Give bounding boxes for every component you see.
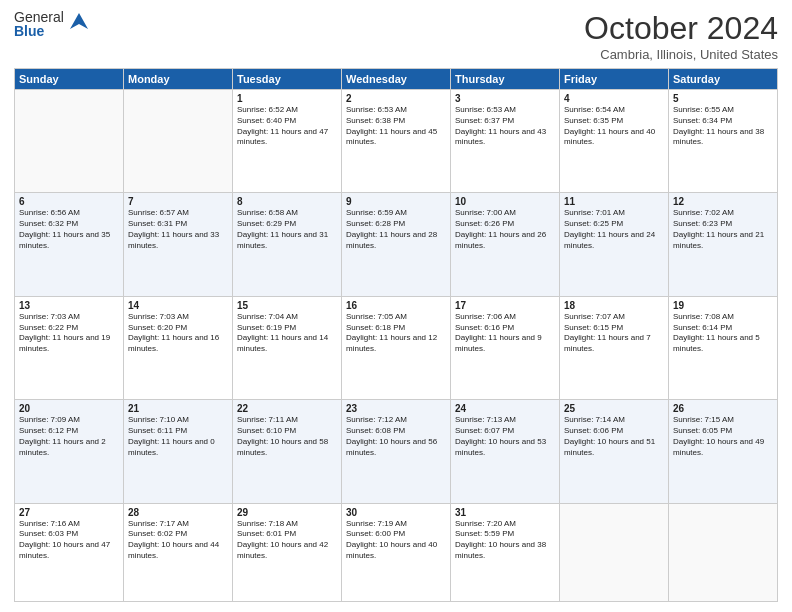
cell-content: Sunrise: 6:59 AM Sunset: 6:28 PM Dayligh… <box>346 208 446 251</box>
calendar-cell: 4Sunrise: 6:54 AM Sunset: 6:35 PM Daylig… <box>560 90 669 193</box>
calendar-cell: 10Sunrise: 7:00 AM Sunset: 6:26 PM Dayli… <box>451 193 560 296</box>
col-header-thursday: Thursday <box>451 69 560 90</box>
col-header-sunday: Sunday <box>15 69 124 90</box>
day-number: 16 <box>346 300 446 311</box>
cell-content: Sunrise: 7:03 AM Sunset: 6:22 PM Dayligh… <box>19 312 119 355</box>
day-number: 3 <box>455 93 555 104</box>
calendar-week-row: 1Sunrise: 6:52 AM Sunset: 6:40 PM Daylig… <box>15 90 778 193</box>
day-number: 14 <box>128 300 228 311</box>
day-number: 23 <box>346 403 446 414</box>
logo-bird-icon <box>68 11 90 37</box>
calendar-cell: 7Sunrise: 6:57 AM Sunset: 6:31 PM Daylig… <box>124 193 233 296</box>
calendar-week-row: 13Sunrise: 7:03 AM Sunset: 6:22 PM Dayli… <box>15 296 778 399</box>
page: General Blue October 2024 Cambria, Illin… <box>0 0 792 612</box>
cell-content: Sunrise: 7:05 AM Sunset: 6:18 PM Dayligh… <box>346 312 446 355</box>
cell-content: Sunrise: 7:11 AM Sunset: 6:10 PM Dayligh… <box>237 415 337 458</box>
cell-content: Sunrise: 7:06 AM Sunset: 6:16 PM Dayligh… <box>455 312 555 355</box>
calendar-cell: 24Sunrise: 7:13 AM Sunset: 6:07 PM Dayli… <box>451 400 560 503</box>
col-header-friday: Friday <box>560 69 669 90</box>
cell-content: Sunrise: 7:07 AM Sunset: 6:15 PM Dayligh… <box>564 312 664 355</box>
cell-content: Sunrise: 7:16 AM Sunset: 6:03 PM Dayligh… <box>19 519 119 562</box>
logo-blue: Blue <box>14 24 64 38</box>
calendar-cell: 12Sunrise: 7:02 AM Sunset: 6:23 PM Dayli… <box>669 193 778 296</box>
calendar-cell: 31Sunrise: 7:20 AM Sunset: 5:59 PM Dayli… <box>451 503 560 601</box>
calendar-cell: 3Sunrise: 6:53 AM Sunset: 6:37 PM Daylig… <box>451 90 560 193</box>
cell-content: Sunrise: 6:54 AM Sunset: 6:35 PM Dayligh… <box>564 105 664 148</box>
col-header-saturday: Saturday <box>669 69 778 90</box>
calendar-cell: 22Sunrise: 7:11 AM Sunset: 6:10 PM Dayli… <box>233 400 342 503</box>
day-number: 29 <box>237 507 337 518</box>
cell-content: Sunrise: 6:53 AM Sunset: 6:37 PM Dayligh… <box>455 105 555 148</box>
calendar-cell: 18Sunrise: 7:07 AM Sunset: 6:15 PM Dayli… <box>560 296 669 399</box>
day-number: 18 <box>564 300 664 311</box>
day-number: 26 <box>673 403 773 414</box>
cell-content: Sunrise: 7:12 AM Sunset: 6:08 PM Dayligh… <box>346 415 446 458</box>
calendar-cell: 17Sunrise: 7:06 AM Sunset: 6:16 PM Dayli… <box>451 296 560 399</box>
calendar-cell: 2Sunrise: 6:53 AM Sunset: 6:38 PM Daylig… <box>342 90 451 193</box>
cell-content: Sunrise: 7:19 AM Sunset: 6:00 PM Dayligh… <box>346 519 446 562</box>
cell-content: Sunrise: 7:02 AM Sunset: 6:23 PM Dayligh… <box>673 208 773 251</box>
cell-content: Sunrise: 6:55 AM Sunset: 6:34 PM Dayligh… <box>673 105 773 148</box>
calendar-table: SundayMondayTuesdayWednesdayThursdayFrid… <box>14 68 778 602</box>
cell-content: Sunrise: 6:57 AM Sunset: 6:31 PM Dayligh… <box>128 208 228 251</box>
calendar-cell: 9Sunrise: 6:59 AM Sunset: 6:28 PM Daylig… <box>342 193 451 296</box>
cell-content: Sunrise: 6:56 AM Sunset: 6:32 PM Dayligh… <box>19 208 119 251</box>
day-number: 13 <box>19 300 119 311</box>
day-number: 15 <box>237 300 337 311</box>
calendar-cell: 29Sunrise: 7:18 AM Sunset: 6:01 PM Dayli… <box>233 503 342 601</box>
cell-content: Sunrise: 7:18 AM Sunset: 6:01 PM Dayligh… <box>237 519 337 562</box>
col-header-monday: Monday <box>124 69 233 90</box>
col-header-wednesday: Wednesday <box>342 69 451 90</box>
day-number: 10 <box>455 196 555 207</box>
cell-content: Sunrise: 7:20 AM Sunset: 5:59 PM Dayligh… <box>455 519 555 562</box>
calendar-cell: 27Sunrise: 7:16 AM Sunset: 6:03 PM Dayli… <box>15 503 124 601</box>
calendar-cell: 6Sunrise: 6:56 AM Sunset: 6:32 PM Daylig… <box>15 193 124 296</box>
calendar-cell <box>560 503 669 601</box>
day-number: 9 <box>346 196 446 207</box>
day-number: 4 <box>564 93 664 104</box>
logo-general: General <box>14 10 64 24</box>
calendar-header-row: SundayMondayTuesdayWednesdayThursdayFrid… <box>15 69 778 90</box>
calendar-cell: 15Sunrise: 7:04 AM Sunset: 6:19 PM Dayli… <box>233 296 342 399</box>
calendar-week-row: 27Sunrise: 7:16 AM Sunset: 6:03 PM Dayli… <box>15 503 778 601</box>
calendar-cell: 14Sunrise: 7:03 AM Sunset: 6:20 PM Dayli… <box>124 296 233 399</box>
cell-content: Sunrise: 7:01 AM Sunset: 6:25 PM Dayligh… <box>564 208 664 251</box>
calendar-cell: 21Sunrise: 7:10 AM Sunset: 6:11 PM Dayli… <box>124 400 233 503</box>
calendar-cell: 11Sunrise: 7:01 AM Sunset: 6:25 PM Dayli… <box>560 193 669 296</box>
day-number: 12 <box>673 196 773 207</box>
day-number: 25 <box>564 403 664 414</box>
calendar-cell: 26Sunrise: 7:15 AM Sunset: 6:05 PM Dayli… <box>669 400 778 503</box>
calendar-cell <box>15 90 124 193</box>
calendar-cell: 8Sunrise: 6:58 AM Sunset: 6:29 PM Daylig… <box>233 193 342 296</box>
day-number: 31 <box>455 507 555 518</box>
day-number: 11 <box>564 196 664 207</box>
subtitle: Cambria, Illinois, United States <box>584 47 778 62</box>
cell-content: Sunrise: 7:10 AM Sunset: 6:11 PM Dayligh… <box>128 415 228 458</box>
day-number: 28 <box>128 507 228 518</box>
calendar-cell: 25Sunrise: 7:14 AM Sunset: 6:06 PM Dayli… <box>560 400 669 503</box>
title-block: October 2024 Cambria, Illinois, United S… <box>584 10 778 62</box>
day-number: 27 <box>19 507 119 518</box>
logo-text: General Blue <box>14 10 64 38</box>
day-number: 20 <box>19 403 119 414</box>
calendar-cell <box>669 503 778 601</box>
calendar-cell: 30Sunrise: 7:19 AM Sunset: 6:00 PM Dayli… <box>342 503 451 601</box>
cell-content: Sunrise: 6:52 AM Sunset: 6:40 PM Dayligh… <box>237 105 337 148</box>
cell-content: Sunrise: 7:15 AM Sunset: 6:05 PM Dayligh… <box>673 415 773 458</box>
cell-content: Sunrise: 7:08 AM Sunset: 6:14 PM Dayligh… <box>673 312 773 355</box>
day-number: 17 <box>455 300 555 311</box>
day-number: 1 <box>237 93 337 104</box>
cell-content: Sunrise: 7:00 AM Sunset: 6:26 PM Dayligh… <box>455 208 555 251</box>
day-number: 8 <box>237 196 337 207</box>
calendar-cell <box>124 90 233 193</box>
cell-content: Sunrise: 7:14 AM Sunset: 6:06 PM Dayligh… <box>564 415 664 458</box>
day-number: 5 <box>673 93 773 104</box>
cell-content: Sunrise: 6:58 AM Sunset: 6:29 PM Dayligh… <box>237 208 337 251</box>
cell-content: Sunrise: 7:17 AM Sunset: 6:02 PM Dayligh… <box>128 519 228 562</box>
calendar-cell: 23Sunrise: 7:12 AM Sunset: 6:08 PM Dayli… <box>342 400 451 503</box>
day-number: 6 <box>19 196 119 207</box>
calendar-cell: 28Sunrise: 7:17 AM Sunset: 6:02 PM Dayli… <box>124 503 233 601</box>
day-number: 21 <box>128 403 228 414</box>
day-number: 2 <box>346 93 446 104</box>
cell-content: Sunrise: 7:09 AM Sunset: 6:12 PM Dayligh… <box>19 415 119 458</box>
